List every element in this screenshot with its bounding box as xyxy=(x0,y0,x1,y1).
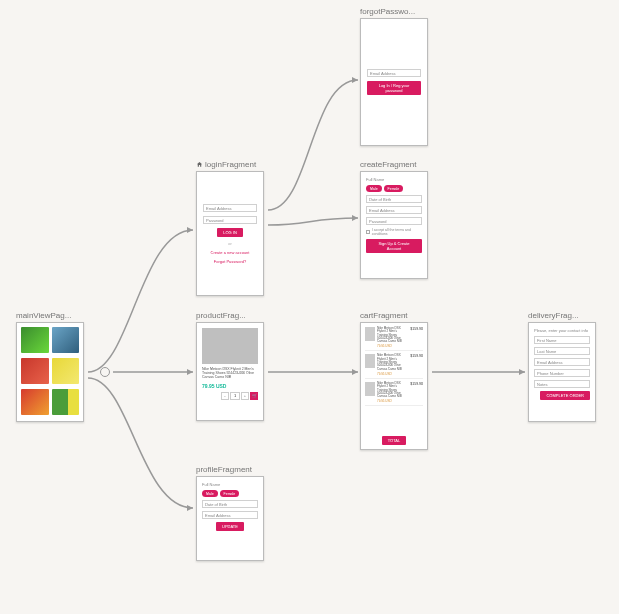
node-label-login: loginFragment xyxy=(196,160,264,169)
node-label-cart: cartFragment xyxy=(360,311,428,320)
svg-marker-6 xyxy=(519,369,525,375)
login-button[interactable]: LOG IN xyxy=(217,228,243,237)
checkbox-icon[interactable] xyxy=(366,230,370,234)
email-field[interactable]: Email Address xyxy=(203,204,257,212)
total-button[interactable]: TOTAL xyxy=(382,436,407,445)
create-screen: Full Name Male Female Date of Birth Emai… xyxy=(360,171,428,279)
node-forgot: forgotPasswo... Email Address Log In / R… xyxy=(360,7,428,146)
home-icon xyxy=(196,161,203,168)
node-cart: cartFragment Nike Metcon DSX Flyknit 2 M… xyxy=(360,311,428,450)
image-thumb[interactable] xyxy=(52,389,80,415)
node-label-profile: profileFragment xyxy=(196,465,264,474)
terms-row[interactable]: I accept all the terms and conditions xyxy=(366,228,422,236)
node-login: loginFragment Email Address Password LOG… xyxy=(196,160,264,296)
email-field[interactable]: Email Address xyxy=(366,206,422,214)
main-screen xyxy=(16,322,84,422)
email-field[interactable]: Email Address xyxy=(202,511,258,519)
image-thumb[interactable] xyxy=(52,327,80,353)
svg-marker-5 xyxy=(352,369,358,375)
add-to-cart-button[interactable]: 🛒 xyxy=(250,392,258,400)
image-thumb[interactable] xyxy=(21,327,49,353)
image-thumb[interactable] xyxy=(21,358,49,384)
flow-arrows xyxy=(0,0,619,614)
node-label-product: productFrag... xyxy=(196,311,264,320)
email-field[interactable]: Email Address xyxy=(534,358,590,366)
or-divider: or xyxy=(203,241,257,246)
forgot-screen: Email Address Log In / Reg your password xyxy=(360,18,428,146)
quantity-row: - 1 + 🛒 xyxy=(202,392,258,400)
product-image xyxy=(202,328,258,364)
dob-field[interactable]: Date of Birth xyxy=(366,195,422,203)
create-account-link[interactable]: Create a new account xyxy=(203,250,257,255)
delivery-screen: Please, enter your contact info First Na… xyxy=(528,322,596,422)
notes-field[interactable]: Notes xyxy=(534,380,590,388)
signup-button[interactable]: Sign Up & Create Account xyxy=(366,239,422,253)
first-name-field[interactable]: First Name xyxy=(534,336,590,344)
svg-marker-1 xyxy=(187,369,193,375)
svg-marker-0 xyxy=(187,227,193,233)
cart-item[interactable]: Nike Metcon DSX Flyknit 2 Men's Training… xyxy=(365,327,423,351)
email-field[interactable]: Email Address xyxy=(367,69,421,77)
profile-screen: Full Name Male Female Date of Birth Emai… xyxy=(196,476,264,561)
node-create: createFragment Full Name Male Female Dat… xyxy=(360,160,428,279)
svg-marker-3 xyxy=(352,77,358,83)
cart-thumb xyxy=(365,327,375,341)
last-name-field[interactable]: Last Name xyxy=(534,347,590,355)
forgot-password-link[interactable]: Forgot Password? xyxy=(203,259,257,264)
product-title: Nike Metcon DSX Flyknit 2 Men's Training… xyxy=(202,367,258,380)
qty-plus-button[interactable]: + xyxy=(241,392,249,400)
qty-minus-button[interactable]: - xyxy=(221,392,229,400)
node-label-delivery: deliveryFrag... xyxy=(528,311,596,320)
node-product: productFrag... Nike Metcon DSX Flyknit 2… xyxy=(196,311,264,421)
complete-order-button[interactable]: COMPLETE ORDER xyxy=(540,391,590,400)
password-field[interactable]: Password xyxy=(366,217,422,225)
cart-thumb xyxy=(365,382,375,396)
fullname-label: Full Name xyxy=(202,482,258,487)
svg-marker-2 xyxy=(187,505,193,511)
password-field[interactable]: Password xyxy=(203,216,257,224)
reset-button[interactable]: Log In / Reg your password xyxy=(367,81,421,95)
node-profile: profileFragment Full Name Male Female Da… xyxy=(196,465,264,561)
female-button[interactable]: Female xyxy=(220,490,240,497)
delivery-heading: Please, enter your contact info xyxy=(534,328,590,333)
login-screen: Email Address Password LOG IN or Create … xyxy=(196,171,264,296)
node-label-main: mainViewPag... xyxy=(16,311,84,320)
fullname-label: Full Name xyxy=(366,177,422,182)
svg-marker-4 xyxy=(352,215,358,221)
node-delivery: deliveryFrag... Please, enter your conta… xyxy=(528,311,596,422)
start-indicator xyxy=(100,367,110,377)
node-label-forgot: forgotPasswo... xyxy=(360,7,428,16)
cart-item[interactable]: Nike Metcon DSX Flyknit 2 Men's Training… xyxy=(365,354,423,378)
cart-thumb xyxy=(365,354,375,368)
male-button[interactable]: Male xyxy=(366,185,382,192)
male-button[interactable]: Male xyxy=(202,490,218,497)
image-thumb[interactable] xyxy=(52,358,80,384)
product-price: 79.95 USD xyxy=(202,383,258,389)
female-button[interactable]: Female xyxy=(384,185,404,192)
phone-field[interactable]: Phone Number xyxy=(534,369,590,377)
cart-item[interactable]: Nike Metcon DSX Flyknit 2 Men's Training… xyxy=(365,382,423,406)
product-screen: Nike Metcon DSX Flyknit 2 Men's Training… xyxy=(196,322,264,421)
update-button[interactable]: UPDATE xyxy=(216,522,244,531)
image-thumb[interactable] xyxy=(21,389,49,415)
dob-field[interactable]: Date of Birth xyxy=(202,500,258,508)
node-main: mainViewPag... xyxy=(16,311,84,422)
qty-value: 1 xyxy=(230,392,240,400)
cart-screen: Nike Metcon DSX Flyknit 2 Men's Training… xyxy=(360,322,428,450)
node-label-create: createFragment xyxy=(360,160,428,169)
